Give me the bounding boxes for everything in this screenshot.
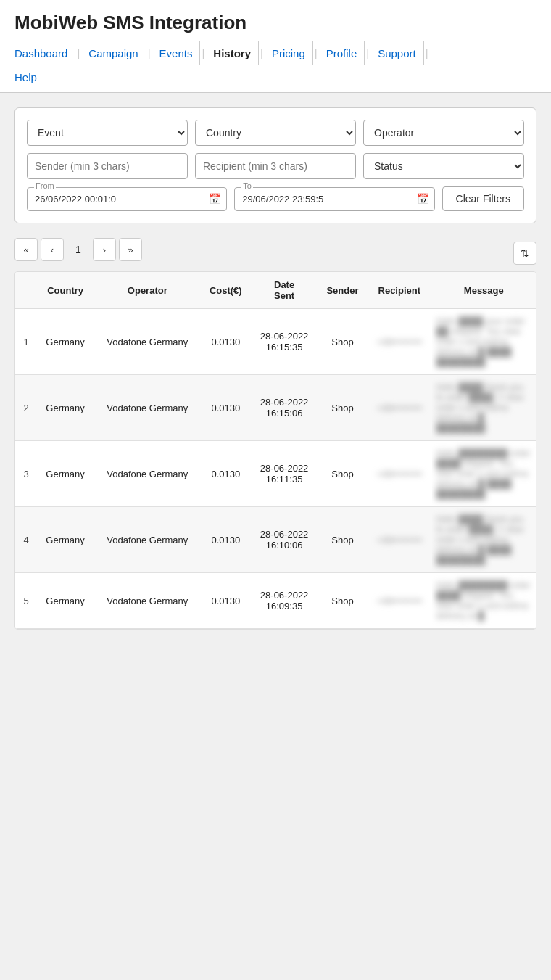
nav-pricing[interactable]: Pricing (265, 41, 313, 65)
message-value: Hello ████ your order ██ shipped. You vi… (436, 316, 526, 367)
main-content: Event Country Operator Status From 📅 T (0, 93, 551, 644)
to-label: To (241, 181, 253, 190)
page-header: MobiWeb SMS Integration Dashboard | Camp… (0, 0, 551, 93)
col-recipient: Recipient (367, 272, 432, 309)
row-date-sent: 28-06-202216:15:35 (250, 309, 318, 375)
nav-history[interactable]: History (206, 41, 259, 65)
filter-row-2: Status (27, 153, 524, 179)
row-message: Hello ████ thank you fo order ████. Y vi… (432, 375, 536, 441)
row-message: Hello ████ thank you fo order ████. Y vi… (432, 507, 536, 573)
row-country: Germany (37, 507, 94, 573)
to-date-icon[interactable]: 📅 (417, 193, 429, 205)
from-label: From (34, 181, 56, 190)
row-recipient: +49••••••••• (367, 441, 432, 507)
table-body: 1 Germany Vodafone Germany 0.0130 28-06-… (15, 309, 536, 629)
pagination: « ‹ 1 › » (14, 238, 142, 261)
row-cost: 0.0130 (201, 375, 250, 441)
row-recipient: +49••••••••• (367, 507, 432, 573)
row-date-sent: 28-06-202216:09:35 (250, 573, 318, 629)
operator-filter[interactable]: Operator (363, 120, 524, 146)
row-cost: 0.0130 (201, 507, 250, 573)
table-wrapper: Country Operator Cost(€) DateSent Sender… (14, 271, 536, 630)
country-filter[interactable]: Country (195, 120, 356, 146)
row-recipient: +49••••••••• (367, 375, 432, 441)
row-operator: Vodafone Germany (94, 309, 201, 375)
table-row: 5 Germany Vodafone Germany 0.0130 28-06-… (15, 573, 536, 629)
recipient-value: +49••••••••• (376, 469, 422, 479)
row-sender: Shop (318, 375, 367, 441)
table-header: Country Operator Cost(€) DateSent Sender… (15, 272, 536, 309)
row-num: 4 (15, 507, 37, 573)
nav-second-row: Help (14, 65, 536, 92)
prev-page-button[interactable]: ‹ (41, 238, 64, 261)
row-date-sent: 28-06-202216:10:06 (250, 507, 318, 573)
filter-row-date: From 📅 To 📅 Clear Filters (27, 186, 524, 211)
row-operator: Vodafone Germany (94, 375, 201, 441)
col-sender: Sender (318, 272, 367, 309)
row-cost: 0.0130 (201, 309, 250, 375)
nav-support[interactable]: Support (370, 41, 424, 65)
table-row: 1 Germany Vodafone Germany 0.0130 28-06-… (15, 309, 536, 375)
row-sender: Shop (318, 309, 367, 375)
row-message: Hello ████████ order ████ shipped. You v… (432, 441, 536, 507)
row-date-sent: 28-06-202216:15:06 (250, 375, 318, 441)
recipient-input[interactable] (195, 153, 356, 179)
row-country: Germany (37, 309, 94, 375)
table-row: 3 Germany Vodafone Germany 0.0130 28-06-… (15, 441, 536, 507)
recipient-value: +49••••••••• (376, 337, 422, 347)
nav-campaign[interactable]: Campaign (81, 41, 146, 65)
from-date-wrap: From 📅 (27, 187, 227, 211)
row-sender: Shop (318, 507, 367, 573)
row-message: Hello ████ your order ██ shipped. You vi… (432, 309, 536, 375)
last-page-button[interactable]: » (119, 238, 142, 261)
row-country: Germany (37, 375, 94, 441)
next-page-button[interactable]: › (93, 238, 116, 261)
row-recipient: +49••••••••• (367, 309, 432, 375)
to-date-wrap: To 📅 (234, 187, 434, 211)
page-title: MobiWeb SMS Integration (14, 12, 536, 34)
row-country: Germany (37, 441, 94, 507)
sort-button[interactable]: ⇅ (513, 242, 536, 265)
nav-help[interactable]: Help (14, 68, 37, 86)
status-filter[interactable]: Status (363, 153, 524, 179)
nav: Dashboard | Campaign | Events | History … (14, 41, 536, 65)
pagination-sort-row: « ‹ 1 › » ⇅ (14, 238, 536, 268)
row-date-sent: 28-06-202216:11:35 (250, 441, 318, 507)
filter-box: Event Country Operator Status From 📅 T (14, 107, 536, 223)
row-recipient: +49••••••••• (367, 573, 432, 629)
col-country: Country (37, 272, 94, 309)
from-date-icon[interactable]: 📅 (209, 193, 221, 205)
row-sender: Shop (318, 441, 367, 507)
row-num: 2 (15, 375, 37, 441)
col-num (15, 272, 37, 309)
nav-dashboard[interactable]: Dashboard (14, 41, 75, 65)
recipient-value: +49••••••••• (376, 596, 422, 606)
nav-events[interactable]: Events (152, 41, 201, 65)
row-cost: 0.0130 (201, 573, 250, 629)
col-cost: Cost(€) (201, 272, 250, 309)
col-date-sent: DateSent (250, 272, 318, 309)
message-value: Hello ████ thank you fo order ████. Y vi… (436, 382, 523, 433)
from-date-input[interactable] (27, 187, 227, 211)
col-message: Message (432, 272, 536, 309)
sender-input[interactable] (27, 153, 188, 179)
row-num: 5 (15, 573, 37, 629)
to-date-input[interactable] (234, 187, 434, 211)
filter-row-1: Event Country Operator (27, 120, 524, 146)
nav-profile[interactable]: Profile (319, 41, 365, 65)
recipient-value: +49••••••••• (376, 403, 422, 413)
row-operator: Vodafone Germany (94, 573, 201, 629)
table-row: 4 Germany Vodafone Germany 0.0130 28-06-… (15, 507, 536, 573)
row-num: 3 (15, 441, 37, 507)
current-page: 1 (67, 238, 90, 261)
table-row: 2 Germany Vodafone Germany 0.0130 28-06-… (15, 375, 536, 441)
row-message: Hello ████████ order ████ shipped. You v… (432, 573, 536, 629)
first-page-button[interactable]: « (14, 238, 38, 261)
row-sender: Shop (318, 573, 367, 629)
clear-filters-button[interactable]: Clear Filters (442, 186, 524, 211)
message-value: Hello ████ thank you fo order ████. Y vi… (436, 514, 523, 565)
row-operator: Vodafone Germany (94, 507, 201, 573)
col-operator: Operator (94, 272, 201, 309)
event-filter[interactable]: Event (27, 120, 188, 146)
row-operator: Vodafone Germany (94, 441, 201, 507)
